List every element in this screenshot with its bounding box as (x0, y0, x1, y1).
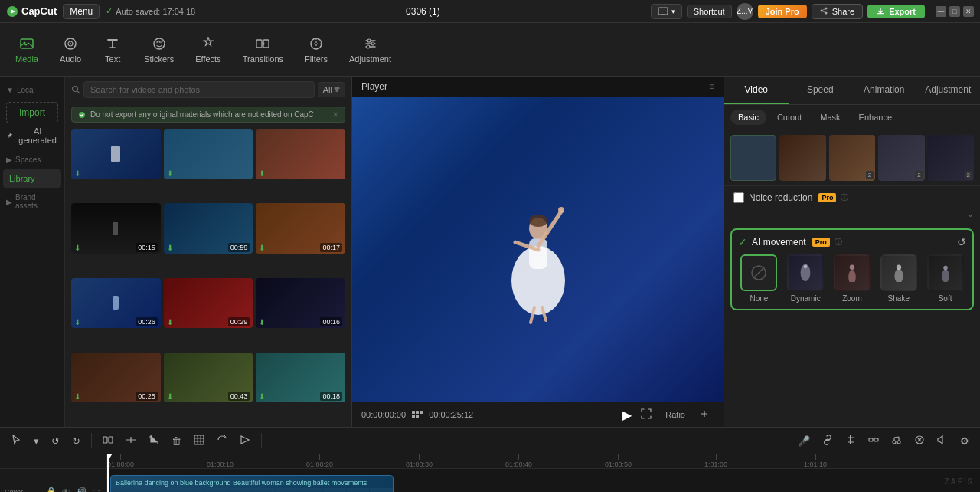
movement-none[interactable]: None (738, 254, 780, 303)
media-item-10[interactable]: 00:25 ⬇ (71, 353, 161, 403)
split-button[interactable] (98, 431, 118, 451)
snap-button[interactable] (841, 431, 861, 451)
movement-zoom[interactable]: Zoom (831, 254, 874, 303)
ai-generated-button[interactable]: AI generated (6, 123, 58, 148)
sidebar-item-library[interactable]: Library (3, 169, 61, 188)
sidebar-item-local[interactable]: ▼ Local (0, 83, 64, 97)
preset-5[interactable]: 2 (928, 135, 974, 181)
import-button[interactable]: Import (6, 102, 58, 123)
close-button[interactable]: ✕ (963, 6, 974, 17)
speed-button[interactable] (235, 431, 255, 451)
subtab-enhance[interactable]: Enhance (851, 110, 900, 125)
share-button[interactable]: Share (812, 4, 863, 19)
media-item-7[interactable]: 00:26 ⬇ (71, 278, 161, 329)
clip-link-button[interactable] (864, 431, 884, 451)
movement-shake-thumb[interactable] (880, 254, 917, 291)
settings-button[interactable]: ⚙ (956, 432, 974, 450)
movement-dynamic[interactable]: Dynamic (785, 254, 827, 303)
media-item-3[interactable]: ⬇ (256, 129, 345, 179)
track-mute-button[interactable]: 🔊 (74, 485, 88, 492)
preset-1[interactable] (730, 135, 776, 181)
select-dropdown-button[interactable]: ▾ (29, 432, 44, 450)
tab-animation[interactable]: Animation (852, 77, 916, 104)
right-subtabs: Basic Cutout Mask Enhance (724, 105, 980, 130)
mute-button[interactable] (910, 431, 929, 451)
svg-point-13 (70, 43, 71, 44)
noise-reduction-checkbox[interactable] (733, 192, 744, 203)
movement-dynamic-thumb[interactable] (787, 254, 824, 291)
preset-2[interactable] (779, 135, 825, 181)
track-more-button[interactable]: ⋯ (90, 485, 102, 492)
media-item-2[interactable]: ⬇ (164, 129, 253, 179)
movement-zoom-thumb[interactable] (834, 254, 871, 291)
divider-1 (91, 433, 92, 448)
fullscreen-button[interactable] (636, 407, 656, 422)
media-item-4[interactable]: 00:15 ⬇ (71, 203, 161, 254)
trim-button[interactable] (121, 431, 141, 451)
screen-icon-btn[interactable]: ▾ (651, 4, 682, 19)
media-item-5[interactable]: 00:59 ⬇ (164, 203, 253, 254)
rotate-button[interactable] (212, 431, 232, 451)
subtab-cutout[interactable]: Cutout (769, 110, 809, 125)
notice-close-button[interactable]: ✕ (332, 110, 338, 119)
toggle-icon[interactable]: ⌄ (967, 209, 974, 219)
toolbar-item-media[interactable]: Media (6, 31, 47, 68)
media-item-11[interactable]: 00:43 ⬇ (164, 353, 253, 403)
ratio-button[interactable]: Ratio (661, 408, 690, 421)
tab-video[interactable]: Video (724, 77, 789, 104)
subtab-basic[interactable]: Basic (730, 110, 766, 125)
undo-button[interactable]: ↺ (47, 432, 64, 450)
toolbar-item-transitions[interactable]: Transitions (234, 31, 292, 68)
toolbar-item-audio[interactable]: Audio (51, 31, 90, 68)
track-lock-button[interactable]: 🔒 (44, 485, 58, 492)
toolbar-item-text[interactable]: Text (93, 31, 132, 68)
redo-button[interactable]: ↻ (67, 432, 85, 450)
select-tool-button[interactable] (6, 431, 26, 451)
clip-thumb-3 (158, 488, 181, 492)
sidebar-item-spaces[interactable]: ▶ Spaces (0, 153, 64, 167)
minimize-button[interactable]: — (936, 6, 946, 17)
toolbar-item-effects[interactable]: Effects (186, 31, 230, 68)
video-clip[interactable]: Ballerina dancing on blue background Bea… (110, 475, 394, 492)
link-button[interactable] (818, 431, 838, 451)
toolbar-item-filters[interactable]: Filters (296, 31, 337, 68)
export-button[interactable]: Export (867, 5, 925, 18)
toolbar-item-adjustment[interactable]: Adjustment (340, 31, 400, 68)
noise-info-icon[interactable]: ⓘ (841, 192, 848, 203)
svg-rect-49 (109, 437, 113, 443)
ai-info-icon[interactable]: ⓘ (835, 237, 842, 248)
tab-adjustment[interactable]: Adjustment (916, 77, 981, 104)
crop-button[interactable] (144, 431, 164, 451)
movement-none-thumb[interactable] (740, 254, 777, 291)
track-visibility-button[interactable]: 👁 (60, 485, 72, 492)
media-item-12[interactable]: 00:18 ⬇ (256, 353, 345, 403)
maximize-button[interactable]: □ (949, 6, 960, 17)
movement-shake[interactable]: Shake (877, 254, 920, 303)
join-pro-button[interactable]: Join Pro (758, 5, 807, 18)
preset-3[interactable]: 2 (829, 135, 875, 181)
sidebar-item-brand-assets[interactable]: ▶ Brand assets (0, 190, 64, 213)
volume-button[interactable] (933, 431, 952, 451)
preset-4[interactable]: 2 (878, 135, 924, 181)
movement-soft[interactable]: Soft (924, 254, 966, 303)
toolbar-item-stickers[interactable]: Stickers (135, 31, 183, 68)
tab-speed[interactable]: Speed (789, 77, 853, 104)
audio-sync-button[interactable] (887, 431, 906, 451)
ai-undo-button[interactable]: ↺ (957, 236, 966, 248)
media-item-8[interactable]: 00:29 ⬇ (164, 278, 253, 329)
search-input[interactable] (83, 81, 315, 98)
media-item-6[interactable]: 00:17 ⬇ (256, 203, 345, 254)
filter-button[interactable]: All (318, 82, 345, 97)
movement-soft-thumb[interactable] (927, 254, 964, 291)
delete-button[interactable]: 🗑 (167, 432, 186, 450)
player-more-button[interactable]: ≡ (709, 81, 714, 92)
mic-button[interactable]: 🎤 (793, 432, 815, 450)
freeze-button[interactable] (189, 431, 209, 451)
media-item-9[interactable]: 00:16 ⬇ (256, 278, 345, 329)
subtab-mask[interactable]: Mask (812, 110, 848, 125)
media-item-1[interactable]: ⬇ (71, 129, 161, 179)
play-button[interactable]: ▶ (622, 408, 632, 422)
menu-button[interactable]: Menu (63, 4, 100, 19)
shortcut-button[interactable]: Shortcut (687, 5, 732, 18)
expand-button[interactable] (694, 407, 714, 422)
